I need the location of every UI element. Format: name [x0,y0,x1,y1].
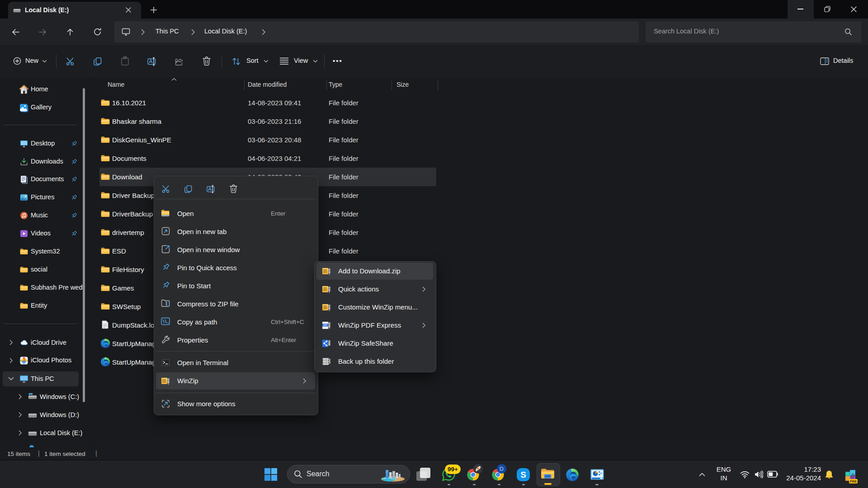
svg-text:PDF: PDF [323,324,327,326]
svg-text:PRE: PRE [850,479,857,483]
